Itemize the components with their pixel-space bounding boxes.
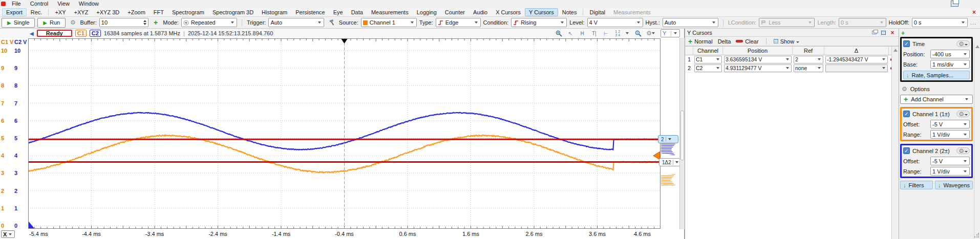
rate-samples-button[interactable]: ↓ Rate, Samples... <box>903 71 970 79</box>
tab-spectrogram3d[interactable]: Spectrogram 3D <box>208 8 258 16</box>
x-axis-button[interactable]: X <box>1 230 15 238</box>
fit-window-icon[interactable]: ⊢ <box>602 30 609 37</box>
menu-view[interactable]: View <box>53 0 74 8</box>
tab-xy[interactable]: +XY <box>51 8 70 16</box>
time-position-select[interactable]: -400 us <box>930 50 970 58</box>
add-delta-cursor-button[interactable]: Delta <box>718 38 731 45</box>
close-icon[interactable]: × <box>970 9 978 16</box>
mode-select[interactable]: Repeated <box>181 18 237 27</box>
clear-cursors-button[interactable]: Clear <box>736 38 758 45</box>
wavegens-button[interactable]: ↓ Wavegens <box>935 181 973 189</box>
options-button[interactable]: ⚙ Options <box>900 84 973 94</box>
sidebar-add-icon[interactable]: + <box>900 30 973 37</box>
col-delta[interactable]: Δ <box>824 47 889 55</box>
channel1-range-select[interactable]: 1 V/div <box>930 130 970 139</box>
resize-grip[interactable] <box>974 233 979 238</box>
tab-measurements[interactable]: Measurements <box>367 8 413 16</box>
condition-select[interactable]: Rising <box>511 18 567 27</box>
channel1-gear-icon[interactable]: ⚙ <box>956 111 970 117</box>
plot-gear-icon[interactable]: ⚙ <box>646 30 656 37</box>
y-axis-combo[interactable]: Y <box>661 29 680 37</box>
sidebar-scrollbar[interactable] <box>974 43 980 239</box>
tab-xyz3d[interactable]: +XYZ 3D <box>92 8 123 16</box>
channel2-checkbox[interactable]: ✓ <box>903 147 910 154</box>
zoom-in-icon[interactable] <box>555 30 562 37</box>
menu-window[interactable]: Window <box>75 0 103 8</box>
tab-export[interactable]: Export <box>2 8 27 16</box>
panel-scrollbar[interactable] <box>891 47 899 239</box>
channel2-offset-select[interactable]: -5 V <box>930 157 970 165</box>
cursor2-position-select[interactable]: 4.931129477 V <box>724 64 792 72</box>
channel1-offset-select[interactable]: -5 V <box>930 120 970 128</box>
scrollbar-handle[interactable] <box>680 111 684 160</box>
trigger-settings-icon[interactable] <box>327 18 336 28</box>
channel2-gear-icon[interactable]: ⚙ <box>956 147 970 154</box>
panel-close-icon[interactable]: × <box>888 29 897 36</box>
scroll-up-icon[interactable] <box>975 45 979 48</box>
tab-zoom[interactable]: +Zoom <box>123 8 150 16</box>
tab-logging[interactable]: Logging <box>413 8 441 16</box>
cursor1-ref-select[interactable]: 2 <box>794 56 823 63</box>
cursor2-marker[interactable]: 2 <box>658 135 678 143</box>
trigger-select[interactable]: Auto <box>268 18 324 27</box>
filters-button[interactable]: ↓ Filters <box>900 181 933 189</box>
col-position[interactable]: Position <box>723 47 793 55</box>
more-options[interactable]: ... <box>970 19 978 26</box>
cursor1-position-select[interactable]: 3.636595134 V <box>724 56 792 63</box>
tab-y-cursors[interactable]: Y Cursors <box>525 8 558 16</box>
history-back-icon[interactable]: ◀ <box>30 31 34 36</box>
single-button[interactable]: ▶ Single <box>2 18 35 28</box>
plot-vertical-scrollbar[interactable] <box>679 38 685 229</box>
pointer-icon[interactable]: ↖ <box>567 30 574 37</box>
type-select[interactable]: Edge <box>436 18 481 27</box>
cursor2-ref-select[interactable]: none <box>794 64 823 72</box>
tab-data[interactable]: Data <box>347 8 367 16</box>
run-button[interactable]: ▶ Run <box>37 18 66 28</box>
search-zoom-icon[interactable] <box>634 30 642 37</box>
tab-x-cursors[interactable]: X Cursors <box>492 8 525 16</box>
tab-rec[interactable]: Rec. <box>27 8 47 16</box>
scroll-up-icon[interactable] <box>893 49 898 52</box>
buffer-stepper[interactable]: 10 <box>99 18 148 27</box>
time-gear-icon[interactable]: ⚙ <box>956 40 970 47</box>
tab-notes[interactable]: Notes <box>558 8 581 16</box>
level-select[interactable]: 4 V <box>587 18 643 27</box>
layout-dropdown-icon[interactable] <box>626 32 629 34</box>
menu-control[interactable]: Control <box>26 0 52 8</box>
add-normal-cursor-button[interactable]: + Normal <box>688 37 713 46</box>
time-base-select[interactable]: 1 ms/div <box>930 60 970 69</box>
holdoff-select[interactable]: 0 s <box>912 18 968 27</box>
panel-maximize-icon[interactable] <box>879 29 887 36</box>
tab-xyz[interactable]: +XYZ <box>70 8 93 16</box>
waveform-canvas[interactable] <box>28 38 661 229</box>
col-channel[interactable]: Channel <box>693 47 723 55</box>
channel1-checkbox[interactable]: ✓ <box>903 111 910 117</box>
source-select[interactable]: Channel 1 <box>361 18 417 27</box>
hysteresis-select[interactable]: Auto <box>663 18 718 27</box>
cursor1-delta-select[interactable]: -1.2945343427 V <box>825 56 888 63</box>
time-checkbox[interactable]: ✓ <box>903 40 910 47</box>
tab-histogram[interactable]: Histogram <box>258 8 291 16</box>
cursor2-channel-select[interactable]: C2 <box>694 64 722 72</box>
menu-file[interactable]: File <box>8 0 25 8</box>
add-channel-button[interactable]: + Add Channel <box>900 95 973 104</box>
spinner-arrows-icon[interactable] <box>143 20 146 25</box>
tab-digital[interactable]: Digital <box>585 8 609 16</box>
tab-eye[interactable]: Eye <box>329 8 347 16</box>
fit-vertical-icon[interactable]: T| <box>590 30 598 37</box>
window-restore-icon[interactable] <box>951 1 958 7</box>
channel2-range-select[interactable]: 1 V/div <box>930 167 970 176</box>
cursor1-channel-select[interactable]: C1 <box>694 56 722 63</box>
tab-fft[interactable]: FFT <box>150 8 168 16</box>
fit-horizontal-icon[interactable]: H <box>579 30 586 37</box>
buffer-gear-icon[interactable]: ⚙ <box>68 18 77 28</box>
tab-counter[interactable]: Counter <box>441 8 469 16</box>
channel1-badge[interactable]: C1 <box>75 30 87 37</box>
trigger-position-marker[interactable] <box>342 39 348 44</box>
tab-audio[interactable]: Audio <box>469 8 492 16</box>
col-ref[interactable]: Ref <box>793 47 824 55</box>
add-buffer-icon[interactable]: + <box>151 18 160 28</box>
show-menu-button[interactable]: Show <box>774 38 800 45</box>
tab-spectrogram[interactable]: Spectrogram <box>168 8 208 16</box>
panel-restore-icon[interactable] <box>870 29 878 36</box>
